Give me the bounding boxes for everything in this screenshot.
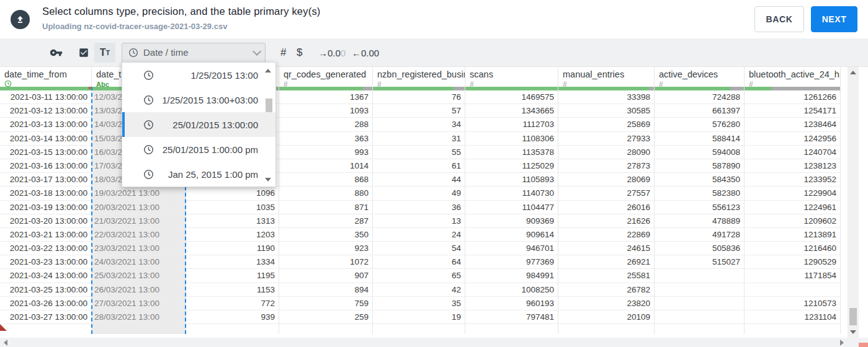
table-cell: 30585 [558,104,654,118]
table-cell: 1072 [279,255,372,269]
table-cell: 259 [279,310,372,324]
table-cell: 25/03/2021 13:00 [92,269,186,283]
text-type-button[interactable]: TT [94,43,115,63]
column-name: manual_entries [558,67,654,79]
table-cell: 28090 [558,146,654,159]
boolean-type-button[interactable] [78,47,89,58]
primary-key-button[interactable] [50,46,63,59]
table-cell: 894 [279,283,372,297]
chevron-down-icon [253,46,261,55]
decimal-increase-button[interactable]: →0.00 [318,47,346,58]
table-cell: 868 [279,173,372,187]
table-cell-empty [465,324,558,334]
table-cell: 1209602 [745,214,840,228]
scroll-right-icon[interactable] [840,340,844,346]
table-cell [655,269,744,283]
column-header[interactable]: date_time_from [0,67,91,87]
table-cell: 1216460 [745,242,840,255]
dropdown-option[interactable]: 1/25/2015 13:00 [122,63,275,87]
table-cell: 57 [373,104,465,118]
dropdown-option[interactable]: 25/01/2015 13:00:00 [122,112,275,137]
table-cell: 33398 [558,90,654,104]
column-name: qr_codes_generated [279,67,372,79]
upload-icon [11,10,30,29]
clock-icon [143,169,154,180]
scroll-down-icon[interactable] [850,330,856,334]
table-cell: 2021-03-17 13:00:00 [0,173,91,187]
table-column-manual_entries[interactable]: manual_entries#3339830585258692793328090… [558,67,655,334]
table-cell: 946701 [465,242,558,255]
column-quality-bar [655,87,744,90]
table-cell: 984991 [465,269,558,283]
table-cell: 34 [373,118,465,131]
clock-icon [143,144,154,155]
table-cell: 515027 [655,255,744,269]
back-button[interactable]: BACK [754,6,804,32]
clock-icon [4,80,12,87]
table-cell: 880 [279,187,372,200]
clock-icon [143,144,154,155]
scroll-up-icon[interactable] [850,71,856,74]
table-cell: 13 [373,214,465,228]
table-column-active_devices[interactable]: active_devices#7242886613975762805884145… [655,67,745,334]
currency-type-button[interactable]: $ [297,46,302,59]
integer-type-button[interactable]: # [280,46,286,59]
table-cell: 1125029 [465,159,558,173]
vertical-scroll-thumb[interactable] [849,308,857,325]
column-name: date_time_from [0,67,91,79]
table-cell: 2021-03-24 13:00:00 [0,269,91,283]
table-cell: 1290529 [745,255,840,269]
number-type-label: # [659,80,663,87]
column-quality-bar [373,87,465,90]
dropdown-option[interactable]: 25/01/2015 1:00:00 pm [122,137,275,162]
column-header[interactable]: bluetooth_active_24_hr_# [745,67,840,87]
table-column-qr_codes_generated[interactable]: qr_codes_generated#136710932883639931014… [279,67,373,334]
clock-icon [143,70,154,81]
next-button[interactable]: NEXT [811,6,857,32]
column-quality-bar [279,87,372,90]
table-column-date_time_from[interactable]: date_time_from 2021-03-11 13:00:002021-0… [0,67,92,334]
column-header[interactable]: qr_codes_generated# [279,67,372,87]
table-cell [655,283,744,297]
datetime-format-listbox: 1/25/2015 13:00 1/25/2015 13:00+03:00 25… [122,62,276,187]
table-cell-empty [745,324,840,334]
table-column-scans[interactable]: scans#1469575134366511127031108306113537… [465,67,558,334]
decimal-decrease-button[interactable]: ←0.00 [352,47,379,58]
table-cell: 1104477 [465,201,558,214]
column-type-indicator: # [465,79,558,87]
column-header[interactable]: manual_entries# [558,67,654,87]
datetime-format-dropdown[interactable]: Date / time [122,43,266,63]
horizontal-scrollbar[interactable] [0,338,868,347]
table-cell: 588414 [655,132,744,146]
column-type-indicator [0,79,91,87]
table-cell-empty [92,324,186,334]
table-cell: 1231104 [745,310,840,324]
table-cell: 505836 [655,242,744,255]
table-cell: 26782 [558,283,654,297]
table-cell: 1008250 [465,283,558,297]
selected-option-indicator [122,112,125,137]
table-cell: 1105893 [465,173,558,187]
table-cell: 21626 [558,214,654,228]
dropdown-option[interactable]: Jan 25, 2015 1:00 pm [122,162,275,187]
scroll-left-icon[interactable] [4,340,7,346]
table-cell: 724288 [655,90,744,104]
table-column-bluetooth_active_24_hr_[interactable]: bluetooth_active_24_hr_#1261266125417112… [745,67,841,334]
vertical-scrollbar[interactable] [848,67,859,338]
dropdown-option[interactable]: 1/25/2015 13:00+03:00 [122,87,275,112]
horizontal-scroll-thumb[interactable] [859,343,868,347]
table-cell: 2021-03-21 13:00:00 [0,228,91,242]
table-cell: 65 [373,269,465,283]
column-header[interactable]: nzbn_registered_busine# [373,67,465,87]
column-header[interactable]: active_devices# [655,67,744,87]
table-cell: 36 [373,201,465,214]
table-column-nzbn_registered_busine[interactable]: nzbn_registered_busine#76573431556144493… [373,67,465,334]
table-cell: 2021-03-25 13:00:00 [0,283,91,297]
table-cell: 1135378 [465,146,558,159]
table-cell: 1035 [186,201,279,214]
table-cell: 42 [373,283,465,297]
column-header[interactable]: scans# [465,67,558,87]
table-cell: 491728 [655,228,744,242]
table-cell [655,297,744,310]
table-cell: 797481 [465,310,558,324]
